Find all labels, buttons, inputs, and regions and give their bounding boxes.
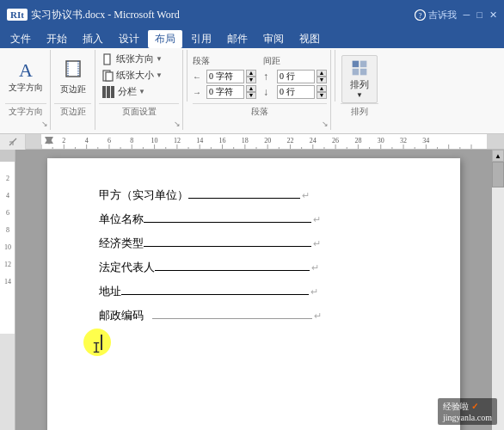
pilcrow-1: ↵	[302, 186, 310, 205]
spacing-before-icon: ↑	[263, 71, 275, 83]
size-arrow: ▼	[156, 71, 163, 79]
menu-references[interactable]: 引用	[184, 30, 218, 48]
spacing-after-down[interactable]: ▼	[317, 92, 327, 99]
spacing-after-up[interactable]: ▲	[317, 85, 327, 92]
menu-file[interactable]: 文件	[3, 30, 38, 48]
ruler-container: 246810121416182022242628303234	[0, 134, 504, 150]
scrollbar-right[interactable]: ▲ ▼	[492, 150, 504, 430]
indent-right-input[interactable]: 0 字符	[206, 85, 244, 99]
document-title: 实习协议书.docx - Microsoft Word	[31, 8, 180, 22]
maximize-btn[interactable]: □	[476, 9, 482, 20]
indent-left-down[interactable]: ▼	[246, 77, 256, 83]
close-btn[interactable]: ✕	[489, 9, 497, 21]
ribbon: A 文字方向 文字方向 ↘ 页边距 页边距	[0, 48, 504, 134]
menu-view[interactable]: 视图	[292, 30, 327, 48]
line-unit-name-text: 单位名称	[99, 208, 144, 230]
watermark-url: jingyanla.com	[443, 413, 492, 422]
title-bar: RIt 实习协议书.docx - Microsoft Word ? 吉诉我 ─ …	[0, 0, 504, 29]
watermark: 经验啦 ✓ jingyanla.com	[438, 398, 497, 425]
paragraph-expand[interactable]: ↘	[322, 120, 329, 128]
menu-layout[interactable]: 布局	[148, 30, 182, 48]
svg-text:34: 34	[422, 137, 429, 144]
indent-left-input[interactable]: 0 字符	[206, 70, 244, 83]
svg-text:22: 22	[286, 137, 293, 144]
menu-design[interactable]: 设计	[112, 30, 146, 48]
indent-label: 段落	[193, 55, 256, 67]
arrange-btn[interactable]: 排列 ▼	[341, 55, 378, 103]
spacing-before-input[interactable]: 0 行	[277, 70, 315, 83]
svg-text:32: 32	[400, 137, 407, 144]
pilcrow-5: ↵	[310, 282, 318, 301]
vertical-ruler[interactable]: 2 4 6 8 10 12 14	[0, 150, 15, 430]
orientation-label: 纸张方向	[116, 52, 154, 65]
watermark-text: 经验啦	[443, 402, 469, 411]
text-direction-btn[interactable]: A 文字方向	[5, 59, 46, 95]
scroll-up-btn[interactable]: ▲	[492, 150, 504, 162]
ruler-left-margin	[26, 134, 41, 149]
group-label-text-direction: 文字方向	[5, 103, 46, 118]
svg-marker-72	[45, 137, 53, 144]
svg-rect-5	[104, 54, 110, 64]
hanging-indent[interactable]	[45, 134, 53, 147]
indent-left-row: ← 0 字符 ▲ ▼	[193, 70, 256, 83]
scroll-thumb[interactable]	[492, 162, 504, 187]
spacing-before-down[interactable]: ▼	[317, 77, 327, 83]
pilcrow-6: ↵	[314, 306, 322, 325]
indent-right-icon: →	[193, 88, 205, 97]
group-label-margins: 页边距	[54, 103, 91, 118]
ruler-horizontal[interactable]: 246810121416182022242628303234	[26, 134, 504, 150]
page-setup-expand[interactable]: ↘	[41, 120, 48, 128]
line-econ-type: 经济类型 ↵	[99, 232, 417, 255]
indent-left-up[interactable]: ▲	[246, 70, 256, 77]
svg-text:2: 2	[62, 137, 65, 144]
svg-text:?: ?	[418, 11, 421, 20]
spacing-before-spinner: ▲ ▼	[317, 70, 327, 83]
ribbon-group-margins: 页边距 页边距	[52, 50, 95, 130]
watermark-check: ✓	[471, 402, 478, 411]
group-label-arrange: 排列	[341, 103, 378, 118]
pilcrow-4: ↵	[311, 258, 319, 277]
page-setup-expand2[interactable]: ↘	[174, 120, 181, 128]
svg-text:28: 28	[354, 137, 361, 144]
minimize-btn[interactable]: ─	[464, 9, 470, 20]
document-page[interactable]: 甲方（实习单位） ↵ 单位名称 ↵ 经济类型 ↵ 法定代表人 ↵ 地址	[47, 158, 460, 430]
size-icon	[102, 70, 114, 82]
menu-insert[interactable]: 插入	[76, 30, 110, 48]
svg-rect-7	[106, 72, 113, 81]
ribbon-group-arrange: 排列 ▼ 排列	[339, 50, 382, 130]
svg-rect-8	[353, 61, 360, 68]
page-wrapper[interactable]: 甲方（实习单位） ↵ 单位名称 ↵ 经济类型 ↵ 法定代表人 ↵ 地址	[15, 150, 492, 430]
help-icon[interactable]: ? 吉诉我	[415, 9, 457, 22]
menu-mail[interactable]: 邮件	[220, 30, 255, 48]
svg-text:6: 6	[6, 209, 9, 217]
svg-rect-9	[360, 61, 367, 68]
svg-text:18: 18	[242, 137, 249, 144]
svg-text:4: 4	[6, 192, 9, 200]
menu-home[interactable]: 开始	[40, 30, 74, 48]
vert-ruler-top-margin	[0, 150, 15, 162]
spacing-after-row: ↓ 0 行 ▲ ▼	[263, 85, 327, 99]
svg-text:16: 16	[219, 137, 226, 144]
orientation-btn[interactable]: 纸张方向 ▼	[99, 52, 166, 66]
margins-btn[interactable]: 页边距	[57, 58, 89, 97]
arrange-arrow: ▼	[356, 91, 363, 99]
spacing-after-input[interactable]: 0 行	[277, 85, 315, 99]
app-logo: RIt	[7, 9, 28, 21]
arrange-icon	[349, 59, 370, 77]
ribbon-divider-2	[335, 50, 335, 101]
indent-right-up[interactable]: ▲	[246, 85, 256, 92]
spacing-before-up[interactable]: ▲	[317, 70, 327, 77]
line-party-a-underline	[188, 185, 300, 199]
text-direction-icon: A	[19, 61, 33, 80]
ruler-corner[interactable]	[0, 134, 26, 150]
doc-area: 2 4 6 8 10 12 14 甲方（实习单位） ↵ 单位名称	[0, 150, 504, 430]
menu-review[interactable]: 审阅	[256, 30, 291, 48]
line-legal-rep-text: 法定代表人	[99, 256, 155, 279]
indent-right-down[interactable]: ▼	[246, 92, 256, 99]
svg-text:14: 14	[196, 137, 203, 144]
size-btn[interactable]: 纸张大小 ▼	[99, 68, 166, 83]
menu-bar: 文件 开始 插入 设计 布局 引用 邮件 审阅 视图	[0, 29, 504, 48]
scroll-track[interactable]	[492, 162, 504, 430]
columns-btn[interactable]: 分栏 ▼	[99, 84, 149, 99]
line-unit-name: 单位名称 ↵	[99, 208, 417, 230]
